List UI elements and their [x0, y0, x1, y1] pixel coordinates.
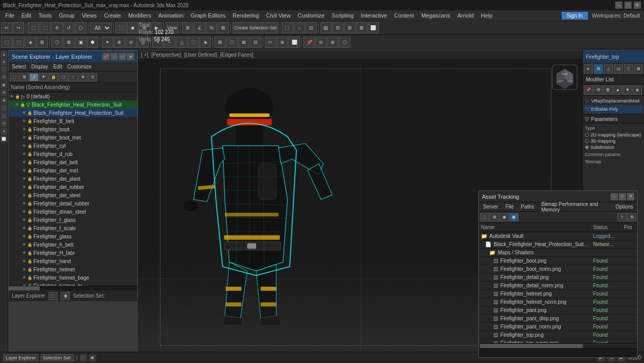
tb2-shrink[interactable]: ⊖: [126, 37, 137, 48]
tb2-cap[interactable]: ⬜: [289, 37, 300, 48]
tb2-subobj5[interactable]: ◈: [200, 37, 211, 48]
scene-explorer-button[interactable]: ⊟: [332, 22, 344, 33]
se-item-hand[interactable]: 👁🔒 Firefighter_hand: [9, 257, 137, 265]
tb2-bridge[interactable]: ⊠: [238, 37, 249, 48]
se-menu-display[interactable]: Display: [29, 63, 50, 70]
minimize-button[interactable]: –: [615, 2, 622, 9]
se-item-glass[interactable]: 👁🔒 Firefighter_glass: [9, 232, 137, 240]
se-tb-filter[interactable]: ✓: [29, 73, 39, 81]
side-icon-3[interactable]: ⬚: [1, 66, 8, 73]
se-menu-customize[interactable]: Customize: [65, 63, 94, 70]
se-footer-btn2[interactable]: ◉: [61, 292, 70, 300]
se-footer-btn1[interactable]: ⬚: [48, 292, 58, 300]
tb2-btn1[interactable]: ⬚: [1, 37, 12, 48]
se-item-b-belt[interactable]: 👁🔒 Firefighter_B_belt: [9, 117, 137, 125]
ap-menu-server[interactable]: Server: [480, 203, 501, 210]
se-item-det-plast[interactable]: 👁🔒 Firefighter_det_plast: [9, 175, 137, 183]
ap-menu-options[interactable]: Options: [613, 203, 636, 210]
redo-button[interactable]: ↪: [13, 22, 24, 33]
rp-icon-motion[interactable]: ◎: [614, 64, 623, 74]
se-item-helmet-bage[interactable]: 👁🔒 Firefighter_helmet_bage: [9, 273, 137, 282]
se-scrollbar[interactable]: [9, 286, 137, 290]
rp-mod-configure[interactable]: ⚙: [594, 85, 603, 95]
ap-item-max-file[interactable]: 📄 Black_Firefighter_Heat_Protection_Suit…: [479, 240, 637, 249]
layer-button[interactable]: ⬛: [115, 22, 127, 33]
tb2-btn8[interactable]: ⬢: [87, 37, 98, 48]
rp-icon-cursor[interactable]: ▸: [584, 64, 593, 74]
ap-item-detail-png[interactable]: 🖼 Firefighter_detail.png Found: [479, 273, 637, 282]
tb2-btn3[interactable]: ◈: [25, 37, 36, 48]
ap-item-pant-disp[interactable]: 🖼 Firefighter_pant_disp.png Found: [479, 315, 637, 323]
ap-maximize-button[interactable]: □: [619, 193, 626, 200]
menu-rendering[interactable]: Rendering: [230, 11, 262, 20]
ap-scrollbar-thumb[interactable]: [480, 344, 583, 348]
snap-percent[interactable]: %: [206, 22, 217, 33]
tb2-pin[interactable]: 📌: [303, 37, 315, 48]
material-button[interactable]: ◉: [127, 22, 138, 33]
ap-tb-btn2[interactable]: ⊞: [490, 213, 499, 221]
se-maximize-button[interactable]: □: [119, 53, 126, 60]
se-tb-btn1[interactable]: ⬚: [10, 73, 19, 81]
ap-item-top-png[interactable]: 🖼 Firefighter_top.png Found: [479, 331, 637, 339]
move-button[interactable]: ✛: [51, 22, 63, 33]
se-tb-sort[interactable]: ↕: [68, 73, 78, 81]
se-item-f-glass[interactable]: 👁🔒 Firefighter_f_glass: [9, 216, 137, 224]
se-menu-select[interactable]: Select: [10, 63, 28, 70]
snap-angle[interactable]: ∠: [194, 22, 205, 33]
ap-menu-file[interactable]: File: [502, 203, 516, 210]
rp-mod-move-down[interactable]: ▼: [623, 85, 632, 95]
rp-mod-pin[interactable]: 📌: [584, 85, 593, 95]
ap-item-helmet-norm[interactable]: 🖼 Firefighter_helmet_norm.png Found: [479, 298, 637, 306]
align-button[interactable]: ⊟: [306, 22, 317, 33]
scale-button[interactable]: ⬡: [75, 22, 86, 33]
rp-mod-move-up[interactable]: ▲: [613, 85, 622, 95]
tb2-unpin[interactable]: ⊖: [315, 37, 327, 48]
menu-group[interactable]: Group: [56, 11, 78, 20]
side-icon-6[interactable]: ⊠: [1, 89, 8, 96]
tb2-btn2[interactable]: ⬚: [13, 37, 24, 48]
se-tb-eye[interactable]: 👁: [39, 73, 48, 81]
se-pin-button[interactable]: 📌: [102, 53, 110, 60]
close-button[interactable]: ✕: [634, 2, 641, 9]
se-item-det-belt[interactable]: 👁🔒 Firefighter_det_belt: [9, 158, 137, 166]
tb2-btn4[interactable]: ⊞: [37, 37, 48, 48]
ap-item-helmet-png[interactable]: 🖼 Firefighter_helmet.png Found: [479, 290, 637, 298]
scene-explorer-list[interactable]: 👁 🔒 ▷ 0 (default) 👁 🔒 ▽ Black_Firefighte…: [9, 92, 137, 286]
side-icon-12[interactable]: ⬜: [1, 135, 8, 143]
sb-icon-1[interactable]: ⬚: [80, 354, 87, 361]
menu-file[interactable]: File: [2, 11, 17, 20]
rp-radio-sub[interactable]: Subdivision: [585, 145, 642, 150]
ap-item-boot-norm[interactable]: 🖼 Firefighter_boot_norm.png Found: [479, 265, 637, 273]
asset-track-button[interactable]: ⊠: [356, 22, 367, 33]
se-item-cyl[interactable]: 👁🔒 Firefighter_cyl: [9, 142, 137, 150]
se-item-det-steel[interactable]: 👁🔒 Firefighter_det_steel: [9, 191, 137, 199]
tb2-chamfer[interactable]: ⬡: [226, 37, 238, 48]
menu-create[interactable]: Create: [101, 11, 124, 20]
ap-tb-settings[interactable]: ⚙: [627, 213, 636, 221]
ap-tb-btn3[interactable]: ◉: [499, 213, 509, 221]
menu-civil-view[interactable]: Civil View: [263, 11, 293, 20]
ap-item-detail-norm[interactable]: 🖼 Firefighter_detail_norm.png Found: [479, 282, 637, 290]
menu-customize[interactable]: Customize: [295, 11, 328, 20]
menu-modifiers[interactable]: Modifiers: [125, 11, 154, 20]
ap-menu-paths[interactable]: Paths: [518, 203, 538, 210]
se-item-det-met[interactable]: 👁🔒 Firefighter_det_met: [9, 166, 137, 175]
mirror-button[interactable]: ⬦: [294, 22, 305, 33]
tb2-cut[interactable]: ✂: [265, 37, 276, 48]
se-layer-default[interactable]: 👁 🔒 ▷ 0 (default): [9, 92, 137, 100]
se-item-h-fabr[interactable]: 👁🔒 Firefighter_H_fabr: [9, 249, 137, 257]
rp-icon-display[interactable]: ⬡: [624, 64, 633, 74]
ap-tb-btn1[interactable]: ⬚: [480, 213, 489, 221]
menu-edit[interactable]: Edit: [19, 11, 34, 20]
tb2-relax[interactable]: ⊕: [327, 37, 338, 48]
ap-item-boot-png[interactable]: 🖼 Firefighter_boot.png Found: [479, 257, 637, 265]
select-button[interactable]: ⬚: [28, 22, 39, 33]
tb2-connect[interactable]: ✦: [102, 37, 113, 48]
sb-layer-btn[interactable]: Layer Explorer: [3, 354, 39, 361]
ap-tb-btn4[interactable]: ▣: [509, 213, 518, 221]
se-item-detail-rubber[interactable]: 👁🔒 Firefighter_detail_rubber: [9, 199, 137, 208]
side-icon-11[interactable]: ★: [1, 128, 8, 135]
menu-tools[interactable]: Tools: [35, 11, 55, 20]
signin-button[interactable]: Sign In: [562, 12, 588, 20]
rp-mod-make-unique[interactable]: ◈: [633, 85, 642, 95]
